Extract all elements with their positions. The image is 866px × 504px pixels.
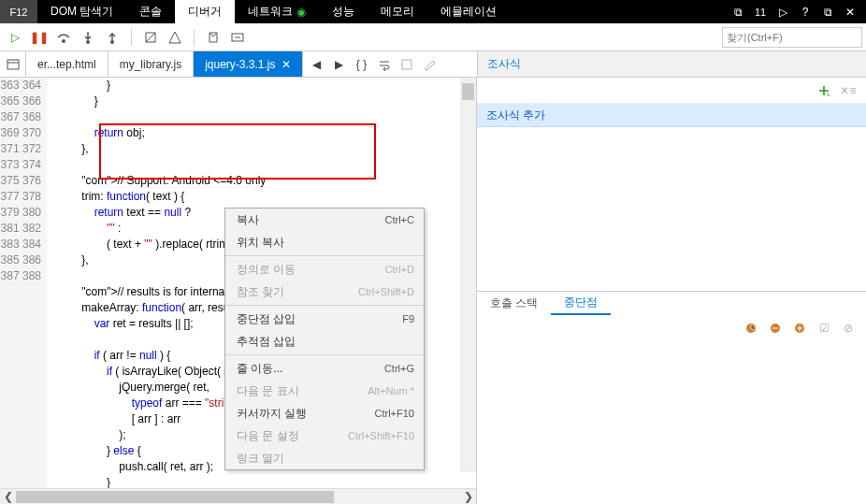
search-input[interactable] bbox=[722, 27, 862, 48]
tab-dom-explorer[interactable]: DOM 탐색기 bbox=[37, 0, 126, 23]
context-menu-label: 정의로 이동 bbox=[237, 262, 296, 278]
pretty-print-icon[interactable]: { } bbox=[352, 54, 372, 75]
context-menu-item[interactable]: 중단점 삽입F9 bbox=[225, 308, 424, 330]
svg-rect-6 bbox=[402, 60, 411, 69]
error-count[interactable]: 11 bbox=[752, 7, 769, 18]
context-menu-item: 다음 문 설정Ctrl+Shift+F10 bbox=[225, 425, 424, 447]
context-menu-item: 다음 문 표시Alt+Num * bbox=[225, 380, 424, 402]
next-tab-icon[interactable]: ▶ bbox=[329, 54, 350, 75]
tab-debugger[interactable]: 디버거 bbox=[175, 0, 235, 23]
scroll-left-icon[interactable]: ❮ bbox=[0, 489, 16, 505]
menu-divider bbox=[225, 354, 424, 355]
tab-performance[interactable]: 성능 bbox=[319, 0, 368, 23]
break-new-worker-button[interactable] bbox=[139, 26, 162, 49]
step-out-button[interactable] bbox=[101, 26, 123, 49]
context-menu-item[interactable]: 커서까지 실행Ctrl+F10 bbox=[225, 402, 424, 425]
file-tab-2[interactable]: jquery-3.3.1.js✕ bbox=[194, 51, 302, 77]
context-menu-label: 위치 복사 bbox=[237, 235, 284, 251]
context-menu: 복사Ctrl+C위치 복사정의로 이동Ctrl+D참조 찾기Ctrl+Shift… bbox=[224, 208, 425, 470]
context-menu-shortcut: Ctrl+Shift+D bbox=[358, 286, 414, 297]
context-menu-label: 커서까지 실행 bbox=[237, 406, 307, 422]
context-menu-label: 참조 찾기 bbox=[237, 284, 284, 300]
watch-pane-header: 조사식 bbox=[477, 51, 866, 78]
context-menu-shortcut: Ctrl+C bbox=[385, 214, 414, 225]
main-split: 363 364 365 366 367 368 369 370 371 372 … bbox=[0, 78, 866, 504]
context-menu-label: 중단점 삽입 bbox=[237, 311, 296, 327]
word-wrap-icon[interactable] bbox=[374, 54, 395, 75]
undock-icon[interactable]: ⧉ bbox=[819, 6, 836, 19]
devtools-top-bar: F12 DOM 탐색기 콘솔 디버거 네트워크 ◉ 성능 메모리 에뮬레이션 ⧉… bbox=[0, 0, 866, 23]
close-icon[interactable]: ✕ bbox=[842, 6, 859, 19]
context-menu-shortcut: Ctrl+Shift+F10 bbox=[348, 430, 414, 441]
context-menu-label: 다음 문 설정 bbox=[237, 428, 299, 444]
context-menu-item[interactable]: 위치 복사 bbox=[225, 231, 424, 253]
close-tab-icon[interactable]: ✕ bbox=[281, 58, 291, 71]
side-tab-breakpoints[interactable]: 중단점 bbox=[551, 292, 611, 315]
jmc-button[interactable] bbox=[202, 26, 224, 49]
pause-button[interactable]: ❚❚ bbox=[28, 26, 51, 49]
context-menu-item[interactable]: 추적점 삽입 bbox=[225, 330, 424, 353]
svg-rect-5 bbox=[7, 60, 19, 69]
exceptions-button[interactable] bbox=[164, 26, 186, 49]
context-menu-item: 링크 열기 bbox=[225, 447, 424, 469]
add-watch-icon[interactable] bbox=[815, 82, 832, 99]
watch-toolbar: ✕≡ bbox=[477, 78, 866, 104]
breakpoint-body bbox=[477, 341, 866, 505]
context-menu-label: 줄 이동... bbox=[237, 361, 282, 377]
sourcemap-button[interactable] bbox=[226, 26, 249, 49]
step-over-button[interactable] bbox=[52, 26, 75, 49]
tab-memory[interactable]: 메모리 bbox=[368, 0, 427, 23]
file-picker-icon[interactable] bbox=[0, 51, 26, 77]
tab-network[interactable]: 네트워크 ◉ bbox=[235, 0, 318, 23]
context-menu-item: 정의로 이동Ctrl+D bbox=[225, 258, 424, 281]
responsive-icon[interactable]: ⧉ bbox=[729, 6, 746, 19]
menu-divider bbox=[225, 305, 424, 306]
context-menu-shortcut: Ctrl+D bbox=[385, 264, 414, 275]
context-menu-label: 링크 열기 bbox=[237, 451, 284, 467]
side-pane: ✕≡ 조사식 추가 호출 스택 중단점 ☑ ⊘ bbox=[477, 78, 866, 504]
svg-point-2 bbox=[110, 40, 114, 44]
context-menu-item[interactable]: 복사Ctrl+C bbox=[225, 209, 424, 231]
context-menu-label: 다음 문 표시 bbox=[237, 383, 299, 399]
edit-icon[interactable] bbox=[419, 54, 440, 75]
bp-add-icon[interactable] bbox=[791, 320, 808, 337]
context-menu-shortcut: Ctrl+F10 bbox=[375, 408, 415, 419]
context-menu-shortcut: Alt+Num * bbox=[368, 385, 414, 396]
event-bp-icon[interactable] bbox=[743, 320, 759, 337]
context-menu-item[interactable]: 줄 이동...Ctrl+G bbox=[225, 357, 424, 380]
svg-point-1 bbox=[86, 40, 90, 44]
delete-watch-icon[interactable]: ✕≡ bbox=[840, 82, 857, 99]
prev-tab-icon[interactable]: ◀ bbox=[307, 54, 327, 75]
console-toggle-icon[interactable]: ▷ bbox=[774, 6, 791, 19]
scroll-right-icon[interactable]: ❯ bbox=[460, 489, 476, 505]
tab-console[interactable]: 콘솔 bbox=[126, 0, 175, 23]
debugger-toolbar: ▷ ❚❚ bbox=[0, 23, 866, 51]
watch-body bbox=[477, 127, 866, 291]
watch-add-row[interactable]: 조사식 추가 bbox=[477, 104, 866, 127]
horizontal-scrollbar[interactable]: ❮ ❯ bbox=[0, 488, 476, 504]
tab-emulation[interactable]: 에뮬레이션 bbox=[427, 0, 510, 23]
continue-button[interactable]: ▷ bbox=[4, 26, 26, 49]
context-menu-shortcut: F9 bbox=[402, 313, 414, 324]
breakpoint-toolbar: ☑ ⊘ bbox=[477, 315, 866, 341]
file-tab-1[interactable]: my_library.js bbox=[108, 51, 194, 77]
bp-delete-icon[interactable]: ⊘ bbox=[840, 320, 857, 337]
step-into-button[interactable] bbox=[77, 26, 99, 49]
line-gutter: 363 364 365 366 367 368 369 370 371 372 … bbox=[0, 78, 47, 488]
context-menu-label: 추적점 삽입 bbox=[237, 334, 296, 350]
source-map-toggle-icon[interactable] bbox=[397, 54, 417, 75]
side-tab-callstack[interactable]: 호출 스택 bbox=[477, 292, 551, 315]
context-menu-shortcut: Ctrl+G bbox=[384, 363, 414, 374]
devtools-tabs: DOM 탐색기 콘솔 디버거 네트워크 ◉ 성능 메모리 에뮬레이션 bbox=[37, 0, 510, 23]
file-tab-0[interactable]: er...tep.html bbox=[26, 51, 108, 77]
xhr-bp-icon[interactable] bbox=[767, 320, 784, 337]
context-menu-label: 복사 bbox=[237, 212, 259, 228]
vertical-scrollbar[interactable] bbox=[460, 78, 476, 472]
record-icon: ◉ bbox=[296, 6, 306, 19]
file-tabs-row: er...tep.html my_library.js jquery-3.3.1… bbox=[0, 51, 866, 78]
svg-point-0 bbox=[62, 39, 65, 43]
help-icon[interactable]: ? bbox=[797, 6, 814, 19]
f12-label: F12 bbox=[0, 0, 37, 23]
side-tabs: 호출 스택 중단점 bbox=[477, 291, 866, 315]
bp-toggle-icon[interactable]: ☑ bbox=[815, 320, 832, 337]
